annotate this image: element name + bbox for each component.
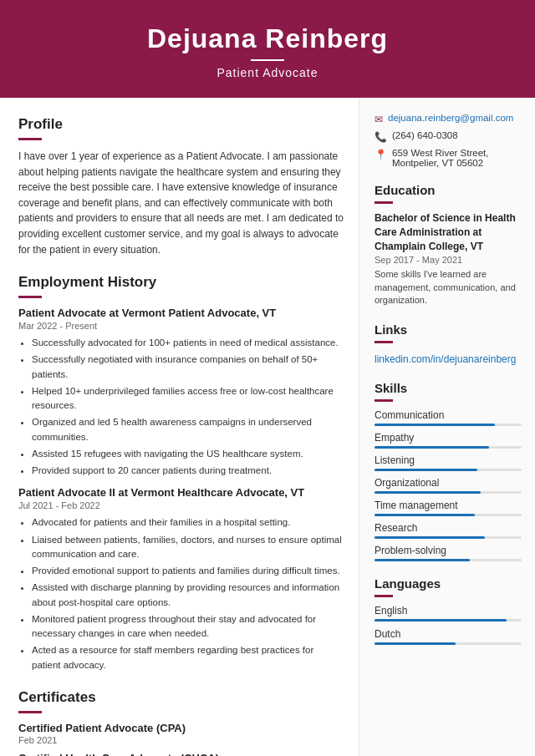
profile-title: Profile bbox=[18, 116, 344, 133]
skills-section: Skills Communication Empathy Listening O… bbox=[374, 381, 522, 561]
bullet-item: Provided support to 20 cancer patients d… bbox=[32, 464, 344, 478]
body-section: Profile I have over 1 year of experience… bbox=[0, 98, 535, 756]
job-1-dates: Mar 2022 - Present bbox=[18, 321, 344, 331]
skill-bar-bg bbox=[374, 446, 522, 449]
certificates-section: Certificates Certified Patient Advocate … bbox=[18, 689, 344, 756]
languages-title: Languages bbox=[374, 576, 522, 591]
contact-phone: 📞 (264) 640-0308 bbox=[374, 130, 522, 143]
cert-1: Certified Patient Advocate (CPA) Feb 202… bbox=[18, 722, 344, 745]
skill-name: Empathy bbox=[374, 432, 522, 444]
job-1-bullets: Successfully advocated for 100+ patients… bbox=[18, 336, 344, 478]
language-item: English bbox=[374, 605, 522, 622]
skill-bar-bg bbox=[374, 469, 522, 471]
skills-list: Communication Empathy Listening Organiza… bbox=[374, 409, 522, 561]
edu-desc: Some skills I've learned are management,… bbox=[374, 268, 522, 307]
contact-section: ✉ dejuana.reinberg@gmail.com 📞 (264) 640… bbox=[374, 113, 522, 168]
cert-2-name: Certified Health Care Advocate (CHCA) bbox=[18, 752, 344, 756]
job-2-bullets: Advocated for patients and their familie… bbox=[18, 515, 344, 672]
address-text: 659 West River Street, Montpelier, VT 05… bbox=[392, 148, 522, 168]
employment-divider bbox=[18, 296, 42, 298]
bullet-item: Organized and led 5 health awareness cam… bbox=[32, 415, 344, 444]
skill-bar-fill bbox=[374, 536, 485, 539]
skill-item: Research bbox=[374, 522, 522, 539]
resume-container: Dejuana Reinberg Patient Advocate Profil… bbox=[0, 0, 535, 756]
lang-bar-bg bbox=[374, 642, 522, 645]
employment-title: Employment History bbox=[18, 274, 344, 291]
left-column: Profile I have over 1 year of experience… bbox=[0, 98, 359, 756]
linkedin-link[interactable]: linkedin.com/in/dejuanareinberg bbox=[374, 353, 516, 365]
skill-name: Time management bbox=[374, 500, 522, 511]
right-column: ✉ dejuana.reinberg@gmail.com 📞 (264) 640… bbox=[359, 98, 535, 756]
skill-bar-fill bbox=[374, 559, 470, 561]
bullet-item: Liaised between patients, families, doct… bbox=[32, 533, 344, 562]
phone-icon: 📞 bbox=[374, 131, 387, 143]
skill-item: Empathy bbox=[374, 432, 522, 449]
bullet-item: Provided emotional support to patients a… bbox=[32, 564, 344, 578]
bullet-item: Assisted with discharge planning by prov… bbox=[32, 581, 344, 610]
skill-bar-fill bbox=[374, 424, 495, 426]
skill-name: Problem-solving bbox=[374, 545, 522, 556]
profile-text: I have over 1 year of experience as a Pa… bbox=[18, 149, 344, 257]
skill-bar-fill bbox=[374, 514, 475, 516]
languages-section: Languages English Dutch bbox=[374, 576, 522, 645]
skill-bar-bg bbox=[374, 536, 522, 539]
candidate-title: Patient Advocate bbox=[17, 66, 518, 79]
skill-name: Listening bbox=[374, 454, 522, 466]
bullet-item: Monitored patient progress throughout th… bbox=[32, 612, 344, 642]
job-2-dates: Jul 2021 - Feb 2022 bbox=[18, 500, 344, 510]
skills-divider bbox=[374, 399, 393, 402]
skill-item: Listening bbox=[374, 454, 522, 471]
skill-bar-fill bbox=[374, 491, 481, 494]
lang-bar-fill bbox=[374, 619, 507, 622]
phone-text: (264) 640-0308 bbox=[392, 130, 458, 140]
certificates-divider bbox=[18, 711, 42, 713]
job-2: Patient Advocate II at Vermont Healthcar… bbox=[18, 486, 344, 672]
profile-section: Profile I have over 1 year of experience… bbox=[18, 116, 344, 257]
education-divider bbox=[374, 201, 393, 204]
skill-bar-bg bbox=[374, 559, 522, 561]
lang-bar-bg bbox=[374, 619, 522, 622]
languages-list: English Dutch bbox=[374, 605, 522, 645]
bullet-item: Assisted 15 refugees with navigating the… bbox=[32, 447, 344, 461]
skill-bar-fill bbox=[374, 469, 477, 471]
skill-bar-bg bbox=[374, 424, 522, 426]
skill-name: Communication bbox=[374, 409, 522, 421]
skill-item: Organizational bbox=[374, 477, 522, 494]
skill-bar-bg bbox=[374, 491, 522, 494]
contact-email: ✉ dejuana.reinberg@gmail.com bbox=[374, 113, 522, 125]
edu-degree: Bachelor of Science in Health Care Admin… bbox=[374, 211, 522, 253]
profile-divider bbox=[18, 138, 42, 140]
job-2-title: Patient Advocate II at Vermont Healthcar… bbox=[18, 486, 344, 499]
bullet-item: Advocated for patients and their familie… bbox=[32, 515, 344, 530]
skill-bar-fill bbox=[374, 446, 489, 449]
candidate-name: Dejuana Reinberg bbox=[17, 23, 518, 54]
links-title: Links bbox=[374, 322, 522, 337]
skill-item: Communication bbox=[374, 409, 522, 426]
lang-name: Dutch bbox=[374, 628, 522, 640]
languages-divider bbox=[374, 595, 393, 597]
lang-name: English bbox=[374, 605, 522, 616]
education-section: Education Bachelor of Science in Health … bbox=[374, 183, 522, 307]
bullet-item: Helped 10+ underprivileged families acce… bbox=[32, 384, 344, 414]
job-1-title: Patient Advocate at Vermont Patient Advo… bbox=[18, 307, 344, 319]
bullet-item: Successfully advocated for 100+ patients… bbox=[32, 336, 344, 350]
header-divider bbox=[251, 59, 284, 61]
employment-section: Employment History Patient Advocate at V… bbox=[18, 274, 344, 672]
header-section: Dejuana Reinberg Patient Advocate bbox=[0, 0, 535, 98]
language-item: Dutch bbox=[374, 628, 522, 645]
cert-2: Certified Health Care Advocate (CHCA) No… bbox=[18, 752, 344, 756]
email-link[interactable]: dejuana.reinberg@gmail.com bbox=[388, 113, 513, 123]
skill-item: Time management bbox=[374, 500, 522, 516]
links-section: Links linkedin.com/in/dejuanareinberg bbox=[374, 322, 522, 366]
cert-1-name: Certified Patient Advocate (CPA) bbox=[18, 722, 344, 734]
job-1: Patient Advocate at Vermont Patient Advo… bbox=[18, 307, 344, 478]
bullet-item: Acted as a resource for staff members re… bbox=[32, 643, 344, 672]
skill-name: Organizational bbox=[374, 477, 522, 489]
education-title: Education bbox=[374, 183, 522, 197]
skill-name: Research bbox=[374, 522, 522, 534]
lang-bar-fill bbox=[374, 642, 456, 645]
email-icon: ✉ bbox=[374, 114, 383, 125]
certificates-title: Certificates bbox=[18, 689, 344, 706]
cert-1-date: Feb 2021 bbox=[18, 735, 344, 745]
contact-address: 📍 659 West River Street, Montpelier, VT … bbox=[374, 148, 522, 168]
